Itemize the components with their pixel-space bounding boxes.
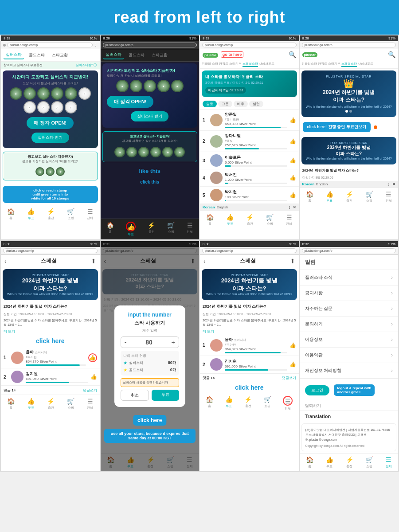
nav-gold-1[interactable]: 골드스타 bbox=[27, 51, 47, 59]
sidebar-item-usage-info[interactable]: 이용정보 › bbox=[300, 332, 399, 348]
sidebar-item-contact[interactable]: 문의하기 › bbox=[300, 317, 399, 332]
stamp-5[interactable]: ★ bbox=[65, 87, 77, 100]
nav-home-3[interactable]: 🏠홈 bbox=[206, 214, 214, 226]
nav-silver-2[interactable]: 실버스타 bbox=[103, 51, 124, 59]
stamp-1[interactable]: ★ bbox=[10, 87, 22, 100]
nav-charge-b3[interactable]: ⚡충전 bbox=[244, 396, 252, 411]
browser-menu-1[interactable]: ⋮ bbox=[94, 43, 98, 47]
nav-charge-1[interactable]: ⚡충전 bbox=[47, 208, 55, 220]
login-btn[interactable]: 로그인 bbox=[305, 385, 329, 395]
stamp-9[interactable]: ✓ bbox=[51, 101, 63, 113]
nav-home-4[interactable]: 🏠홈 bbox=[306, 191, 313, 203]
nav-shop-3[interactable]: 🛒쇼핑 bbox=[266, 214, 274, 226]
share-icon-b3[interactable]: ⬆ bbox=[290, 258, 295, 265]
dark-stamp-5[interactable]: ★ bbox=[171, 80, 184, 92]
nav-shop-4[interactable]: 🛒쇼핑 bbox=[366, 191, 373, 203]
nav-vote-4[interactable]: 👍투표 bbox=[326, 191, 333, 203]
nav-all-3[interactable]: ☰전체 bbox=[286, 214, 292, 226]
nav-weekly-3[interactable]: 위클리 스타 bbox=[202, 62, 218, 67]
nav-all-b1[interactable]: ☰전체 bbox=[87, 398, 93, 410]
nav-home-b3[interactable]: 🏠홈 bbox=[206, 396, 213, 411]
lang-english-3[interactable]: English bbox=[217, 205, 228, 209]
more-btn-b1[interactable]: 더 보기 bbox=[1, 328, 100, 335]
like-icon-5[interactable]: 👍 bbox=[289, 192, 296, 198]
more-btn-b3[interactable]: 더 보기 bbox=[200, 328, 299, 335]
comment-write-b3[interactable]: 댓글쓰기 bbox=[282, 376, 296, 380]
like-icon-3[interactable]: 👍 bbox=[289, 157, 296, 164]
like-icon-4[interactable]: 👍 bbox=[289, 175, 296, 181]
nav-gold-2[interactable]: 골드스타 bbox=[126, 51, 147, 59]
nav-special-4[interactable]: 스페셜스타 bbox=[341, 62, 357, 67]
dark-ad-stamp-1[interactable]: ★ bbox=[114, 147, 125, 157]
stamp-8[interactable]: ✓ bbox=[37, 101, 50, 113]
lang-korean-3[interactable]: Korean bbox=[203, 205, 215, 209]
silverstar-receive-btn[interactable]: 실버스타 받기 bbox=[31, 133, 69, 143]
dark-silverstar-btn[interactable]: 실버스타 받기 bbox=[131, 111, 168, 121]
stamp-6[interactable]: ✓ bbox=[78, 87, 91, 100]
modal-value[interactable]: 80 bbox=[145, 339, 153, 346]
modal-cancel-btn[interactable]: 취소 bbox=[121, 390, 149, 401]
nav-exchange-1[interactable]: 스타교환 bbox=[50, 51, 70, 59]
dark-stamp-3[interactable]: ★ bbox=[144, 80, 156, 92]
like-icon-b1-1[interactable]: 👍 bbox=[88, 353, 97, 362]
nav-vote-b3[interactable]: 👍투표 bbox=[225, 396, 233, 411]
filter-group[interactable]: 그룹 bbox=[218, 101, 232, 107]
like-icon-b1-2[interactable]: 👍 bbox=[90, 374, 97, 380]
modal-plus-btn[interactable]: + bbox=[172, 339, 175, 346]
click-here-box-1[interactable]: click here! 진행 중인 투표만보기 bbox=[303, 122, 371, 132]
nav-special-3[interactable]: 스페셜스타 bbox=[243, 62, 258, 67]
dark-stamp-4[interactable]: ★ bbox=[157, 80, 170, 92]
dark-stamp-2[interactable]: ★ bbox=[130, 80, 142, 92]
nav-sasim-3[interactable]: 사심서포트 bbox=[259, 62, 274, 67]
back-icon-b1[interactable]: ‹ bbox=[4, 258, 7, 265]
lang-english-4[interactable]: English bbox=[316, 182, 328, 186]
nav-exchange-2[interactable]: 스타교환 bbox=[149, 51, 170, 59]
nav-weekly-4[interactable]: 위클리스타 bbox=[301, 62, 317, 67]
nav-vote-b1[interactable]: 👍투표 bbox=[27, 398, 35, 410]
search-icon-4[interactable]: 🔍 bbox=[388, 51, 395, 58]
nav-shop-2[interactable]: 🛒쇼핑 bbox=[167, 222, 175, 237]
nav-shop-b1[interactable]: 🛒쇼핑 bbox=[67, 398, 74, 410]
ad-stamp-2[interactable]: ★ bbox=[46, 167, 55, 176]
lang-close-4[interactable]: ✕ bbox=[392, 182, 395, 186]
nav-shop-b4[interactable]: 🛒쇼핑 bbox=[366, 456, 373, 469]
nav-all-b4[interactable]: ☰전체 bbox=[386, 456, 392, 469]
nav-sasim-4[interactable]: 사심서포트 bbox=[358, 62, 373, 67]
nav-vote-2[interactable]: 👍투표 bbox=[126, 222, 136, 237]
nav-vote-b4[interactable]: 👍투표 bbox=[326, 456, 333, 469]
modal-minus-btn[interactable]: - bbox=[125, 339, 127, 346]
sidebar-item-notice[interactable]: 공지사항 › bbox=[300, 286, 399, 301]
ad-stamp-3[interactable]: ★ bbox=[56, 167, 65, 176]
click-here-box-b2[interactable]: click here bbox=[133, 415, 166, 426]
nav-home-2[interactable]: 🏠홈 bbox=[106, 222, 114, 237]
nav-all-4[interactable]: ☰전체 bbox=[386, 191, 392, 203]
nav-all-2[interactable]: ☰전체 bbox=[187, 222, 193, 237]
lang-close-3[interactable]: ✕ bbox=[293, 205, 296, 209]
nav-keyword-4[interactable]: 카워드 bbox=[318, 62, 327, 67]
nav-silver-1[interactable]: 실버스타 bbox=[4, 51, 24, 59]
lang-korean-4[interactable]: Korean bbox=[302, 182, 315, 186]
stamp-4[interactable]: ★ bbox=[51, 87, 63, 100]
ad-stamp-1[interactable]: ★ bbox=[35, 167, 44, 176]
share-icon-b1[interactable]: ⬆ bbox=[91, 258, 96, 265]
filter-solo[interactable]: 솔로 bbox=[203, 101, 217, 107]
nav-keyword-3[interactable]: 카워드 bbox=[219, 62, 228, 67]
like-icon-b3-2[interactable]: 👍 bbox=[289, 361, 296, 368]
sidebar-item-plustar-news[interactable]: 플러스타 소식 › bbox=[300, 270, 399, 286]
back-icon-b3[interactable]: ‹ bbox=[203, 258, 206, 265]
nav-charge-b4[interactable]: ⚡충전 bbox=[346, 456, 353, 469]
like-icon-1[interactable]: 👍 bbox=[289, 117, 296, 123]
nav-stargift-4[interactable]: 스타기부 bbox=[328, 62, 340, 67]
like-icon-b3-1[interactable]: 👍 bbox=[289, 342, 296, 348]
lang-more-3[interactable]: ⋮ bbox=[288, 205, 291, 209]
sidebar-item-terms[interactable]: 이용약관 › bbox=[300, 348, 399, 363]
like-icon-2[interactable]: 👍 bbox=[289, 138, 296, 145]
stamp-7[interactable]: ✓ bbox=[23, 101, 36, 113]
nav-charge-4[interactable]: ⚡충전 bbox=[346, 191, 353, 203]
search-icon-3[interactable]: 🔍 bbox=[289, 51, 296, 58]
nav-charge-3[interactable]: ⚡충전 bbox=[246, 214, 254, 226]
nav-charge-2[interactable]: ⚡충전 bbox=[148, 222, 155, 237]
nav-shop-1[interactable]: 🛒쇼핑 bbox=[67, 208, 74, 220]
nav-vote-3[interactable]: 👍투표 bbox=[226, 214, 234, 226]
nav-stargift-3[interactable]: 스타기부 bbox=[229, 62, 242, 67]
